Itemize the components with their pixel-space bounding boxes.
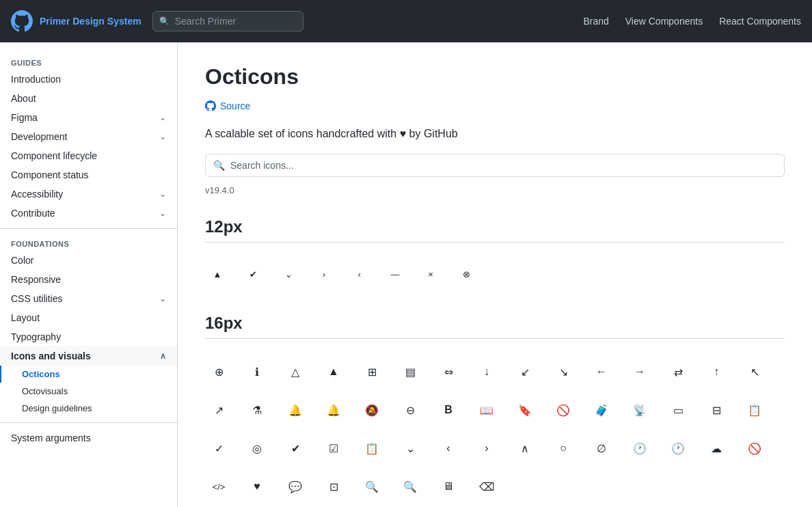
icon-zoom-out-16[interactable]: 🔍: [396, 473, 424, 500]
source-link[interactable]: Source: [205, 100, 785, 111]
icon-arrow-both-16[interactable]: ⇔: [435, 358, 462, 385]
icon-checklist-16[interactable]: 📋: [358, 435, 385, 462]
icon-copilot-16[interactable]: ⊡: [320, 473, 347, 500]
guides-section-label: Guides: [0, 53, 177, 70]
icon-bug-16[interactable]: ⊟: [703, 396, 730, 424]
icon-arrow-switch-16[interactable]: ⇄: [664, 358, 692, 385]
sidebar-item-contribute[interactable]: Contribute ⌄: [0, 204, 177, 223]
icon-bell-16[interactable]: 🔔: [282, 396, 309, 424]
contribute-chevron-icon: ⌄: [159, 208, 166, 218]
sidebar-item-icons-and-visuals[interactable]: Icons and visuals ∧: [0, 346, 177, 366]
icon-search-16[interactable]: 🔍: [358, 473, 385, 500]
icon-chevron-up-16[interactable]: ∧: [511, 435, 539, 462]
icon-bell-slash-16[interactable]: 🔕: [358, 396, 385, 424]
sidebar-item-typography[interactable]: Typography: [0, 327, 177, 346]
sidebar-item-about[interactable]: About: [0, 89, 177, 108]
icon-arrow-right-16[interactable]: →: [626, 358, 653, 385]
sidebar-divider-2: [0, 422, 177, 423]
icon-arrow-up-left-16[interactable]: ↖: [741, 358, 768, 385]
icon-info-16[interactable]: ℹ: [243, 358, 271, 385]
logo-link[interactable]: Primer Design System: [11, 10, 141, 32]
icon-arrow-down-right-16[interactable]: ↘: [550, 358, 577, 385]
sidebar-item-accessibility[interactable]: Accessibility ⌄: [0, 184, 177, 204]
header-search-icon: 🔍: [159, 16, 170, 26]
icon-circle-slash-16[interactable]: ⊖: [396, 396, 424, 424]
header-search-input[interactable]: [152, 11, 303, 31]
icon-cloud-16[interactable]: ☁: [703, 435, 730, 462]
sidebar-item-responsive[interactable]: Responsive: [0, 270, 177, 289]
sidebar-subitem-design-guidelines[interactable]: Design guidelines: [0, 400, 177, 417]
sidebar-item-component-status[interactable]: Component status: [0, 165, 177, 184]
icon-alert-12[interactable]: ▲: [205, 262, 230, 286]
icon-code-16[interactable]: </>: [205, 473, 232, 500]
icon-apps-16[interactable]: ⊞: [358, 358, 385, 385]
search-icons-wrapper: 🔍: [205, 154, 785, 177]
icon-arrow-down-16[interactable]: ↓: [473, 358, 500, 385]
icon-calendar-16[interactable]: 📋: [741, 396, 768, 424]
icon-alert-fill-16[interactable]: ▲: [320, 358, 347, 385]
nav-view-components[interactable]: View Components: [625, 16, 703, 27]
icon-checkbox-16[interactable]: ☑: [320, 435, 347, 462]
icon-chevron-left-16[interactable]: ‹: [435, 435, 462, 462]
sidebar-item-component-lifecycle[interactable]: Component lifecycle: [0, 146, 177, 165]
icon-clock-fill-16[interactable]: 🕐: [664, 435, 692, 462]
icon-chevron-down-16[interactable]: ⌄: [396, 435, 424, 462]
icon-bold-16[interactable]: B: [435, 396, 462, 424]
sidebar: Guides Introduction About Figma ⌄ Develo…: [0, 42, 178, 507]
sidebar-item-css-utilities[interactable]: CSS utilities ⌄: [0, 289, 177, 308]
icon-broadcast-16[interactable]: 📡: [626, 396, 653, 424]
description-before: A scalable set of icons handcrafted with: [205, 128, 396, 139]
icon-bell-fill-16[interactable]: 🔔: [320, 396, 347, 424]
sidebar-item-development[interactable]: Development ⌄: [0, 127, 177, 146]
icon-browser-16[interactable]: ▭: [664, 396, 692, 424]
sidebar-subitem-octovisuals[interactable]: Octovisuals: [0, 383, 177, 400]
section-12px-title: 12px: [205, 217, 785, 243]
icon-arrow-up-right-16[interactable]: ↗: [205, 396, 232, 424]
header: Primer Design System 🔍 Brand View Compon…: [0, 0, 812, 42]
icon-diff-removed-16[interactable]: ⌫: [473, 473, 500, 500]
icon-check-16[interactable]: ✓: [205, 435, 232, 462]
icon-accessibility-16[interactable]: ⊕: [205, 358, 232, 385]
icon-briefcase-16[interactable]: 🧳: [588, 396, 615, 424]
sidebar-item-color[interactable]: Color: [0, 251, 177, 270]
icon-arrow-up-16[interactable]: ↑: [703, 358, 730, 385]
icon-check-circle-fill-16[interactable]: ✔: [282, 435, 309, 462]
search-icons-input[interactable]: [205, 154, 785, 177]
icon-check-circle-12[interactable]: ✔: [241, 262, 265, 286]
icon-dash-12[interactable]: —: [383, 262, 407, 286]
icon-x-circle-12[interactable]: ⊗: [454, 262, 478, 286]
icon-x-12[interactable]: ×: [418, 262, 443, 286]
icon-beaker-16[interactable]: ⚗: [243, 396, 271, 424]
icon-arrow-down-left-16[interactable]: ↙: [511, 358, 539, 385]
sidebar-subitem-octicons[interactable]: Octicons: [0, 366, 177, 383]
sidebar-item-figma[interactable]: Figma ⌄: [0, 108, 177, 127]
icon-chevron-right-12[interactable]: ›: [312, 262, 336, 286]
icon-grid-16px: ⊕ ℹ △ ▲ ⊞ ▤ ⇔ ↓ ↙ ↘ ← → ⇄ ↑ ↖ ↗ ⚗ 🔔 🔔 🔕 …: [205, 347, 785, 507]
nav-brand[interactable]: Brand: [583, 16, 608, 27]
icon-clock-16[interactable]: 🕐: [626, 435, 653, 462]
icon-archive-16[interactable]: ▤: [396, 358, 424, 385]
icon-book-16[interactable]: 📖: [473, 396, 500, 424]
icon-chevron-down-12[interactable]: ⌄: [276, 262, 301, 286]
icon-arrow-left-16[interactable]: ←: [588, 358, 615, 385]
sidebar-item-system-arguments[interactable]: System arguments: [0, 428, 177, 448]
nav-react-components[interactable]: React Components: [719, 16, 801, 27]
icon-check-circle-16[interactable]: ◎: [243, 435, 271, 462]
icon-desktop-download-16[interactable]: 🖥: [435, 473, 462, 500]
page-title: Octicons: [205, 64, 785, 90]
icon-comment-16[interactable]: 💬: [282, 473, 309, 500]
development-chevron-icon: ⌄: [159, 132, 166, 141]
icon-bookmark-slash-16[interactable]: 🚫: [550, 396, 577, 424]
icon-chevron-right-16[interactable]: ›: [473, 435, 500, 462]
sidebar-item-introduction[interactable]: Introduction: [0, 70, 177, 89]
github-logo-icon: [11, 10, 33, 32]
source-label: Source: [220, 100, 250, 111]
icon-alert-16[interactable]: △: [282, 358, 309, 385]
icon-circle-16[interactable]: ○: [550, 435, 577, 462]
icon-bookmark-16[interactable]: 🔖: [511, 396, 539, 424]
icon-no-entry-16[interactable]: ∅: [588, 435, 615, 462]
icon-chevron-up-12[interactable]: ‹: [347, 262, 372, 286]
icon-blocked-16[interactable]: 🚫: [741, 435, 768, 462]
sidebar-item-layout[interactable]: Layout: [0, 308, 177, 327]
icon-heart-16[interactable]: ♥: [243, 473, 271, 500]
